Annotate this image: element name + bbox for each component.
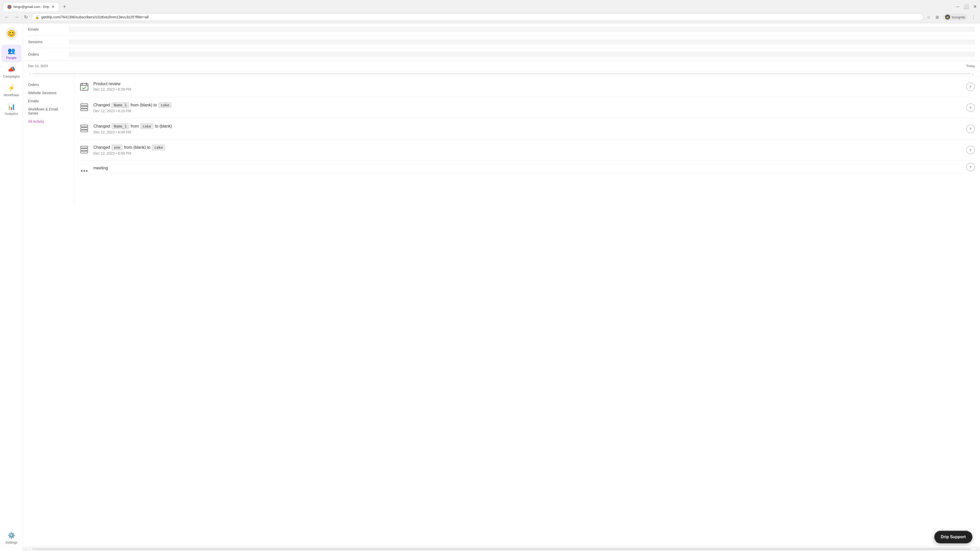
activity-title-changed-3: Changed one from (blank) to cake	[94, 144, 975, 150]
dots-row-icon	[79, 166, 89, 173]
svg-rect-4	[81, 104, 88, 106]
chart-bar-orders	[69, 52, 975, 57]
main-content: Emails Sessions Orders Dec 12, 2023 Toda…	[23, 23, 980, 551]
activity-title-text: Product review	[94, 82, 121, 86]
chart-bar-emails	[69, 27, 975, 32]
changed-label-1: Changed	[94, 103, 110, 107]
tag-cake-1: cake	[159, 102, 172, 108]
browser-toolbar: ← → ↻ 🔒 ☆ ⊞ 🕵 Incognito ⋮	[0, 11, 980, 23]
maximize-button[interactable]: ⬜	[963, 4, 969, 10]
new-tab-button[interactable]: +	[61, 3, 68, 11]
tag-name1-1: Name_1	[111, 102, 129, 108]
bottom-scrollbar[interactable]: ‹ ›	[23, 547, 980, 551]
activity-time-product-review: Dec 12, 2023 • 6:28 PM	[94, 87, 975, 91]
bottom-scroll-track[interactable]	[32, 548, 971, 550]
browser-tab[interactable]: 🌀 bingo@gmail.com - Drip ✕	[3, 2, 59, 11]
url-input[interactable]	[41, 15, 920, 19]
middle-text-1: from (blank) to	[130, 103, 157, 107]
activity-item-product-review: Product review Dec 12, 2023 • 6:28 PM +	[79, 76, 975, 97]
logo-icon: 😊	[7, 29, 16, 38]
tag-one: one	[111, 144, 123, 150]
svg-rect-5	[81, 106, 88, 108]
chart-bar-sessions	[69, 39, 975, 44]
nav-link-website-sessions[interactable]: Website Sessions	[28, 89, 68, 97]
app-container: 😊 👥 People 📣 Campaigns ⚡ Workflows 📊 Ana…	[0, 23, 980, 551]
activity-container: Orders Website Sessions Emails Workflows…	[23, 76, 980, 173]
activity-item-changed-name1-blank-cake: Changed Name_1 from (blank) to cake Dec …	[79, 97, 975, 118]
activity-add-button-changed-3[interactable]: +	[966, 146, 975, 154]
activity-add-button-product-review[interactable]: +	[966, 83, 975, 91]
db-rows-icon-2	[79, 124, 89, 134]
scroll-left-arrow[interactable]: ‹	[28, 72, 32, 76]
svg-rect-10	[81, 146, 88, 148]
people-icon: 👥	[8, 47, 15, 54]
sidebar-logo[interactable]: 😊	[5, 27, 18, 40]
sidebar-item-analytics-label: Analytics	[5, 112, 18, 116]
scroll-track[interactable]	[32, 73, 971, 75]
activity-feed: Product review Dec 12, 2023 • 6:28 PM +	[74, 76, 980, 173]
settings-icon: ⚙️	[8, 532, 15, 539]
refresh-button[interactable]: ↻	[22, 13, 29, 21]
date-end: Today	[966, 64, 975, 68]
activity-title-meeting: meeting	[94, 166, 975, 170]
activity-time-changed-2: Dec 12, 2023 • 6:09 PM	[94, 130, 975, 134]
nav-link-emails[interactable]: Emails	[28, 97, 68, 105]
chart-labels: Emails Sessions Orders	[28, 23, 975, 61]
sidebar-item-campaigns[interactable]: 📣 Campaigns	[2, 63, 21, 81]
db-rows-icon-1	[79, 102, 89, 113]
activity-add-button-meeting[interactable]: +	[966, 163, 975, 171]
bottom-scroll-left[interactable]: ‹	[23, 547, 28, 551]
activity-title-product-review: Product review	[94, 82, 975, 86]
activity-add-button-changed-2[interactable]: +	[966, 124, 975, 133]
close-window-button[interactable]: ✕	[973, 4, 977, 10]
svg-rect-8	[81, 127, 88, 129]
activity-content-changed-one-blank-cake: Changed one from (blank) to cake Dec 12,…	[94, 144, 975, 156]
tag-cake-2: cake	[140, 124, 154, 129]
browser-actions: ☆ ⊞ 🕵 Incognito ⋮	[925, 14, 977, 21]
tab-title: bingo@gmail.com - Drip	[14, 5, 49, 9]
tag-cake-3: cake	[152, 144, 165, 150]
changed-label-3: Changed	[94, 145, 110, 150]
sidebar-item-workflows[interactable]: ⚡ Workflows	[2, 82, 21, 100]
date-start: Dec 12, 2023	[28, 64, 48, 68]
nav-link-workflows-email-series[interactable]: Workflows & Email Series	[28, 105, 68, 118]
activity-title-meeting-text: meeting	[94, 166, 108, 170]
back-button[interactable]: ←	[3, 14, 11, 21]
nav-link-all-activity[interactable]: All Activity	[28, 118, 68, 125]
activity-item-changed-name1-cake-blank: Changed Name_1 from cake to (blank) Dec …	[79, 118, 975, 140]
chart-label-orders: Orders	[28, 52, 69, 56]
scroll-right-arrow[interactable]: ›	[970, 72, 975, 76]
address-bar[interactable]: 🔒	[32, 13, 923, 21]
svg-point-13	[81, 170, 83, 171]
activity-item-changed-one-blank-cake: Changed one from (blank) to cake Dec 12,…	[79, 140, 975, 161]
activity-content-changed-name1-cake-blank: Changed Name_1 from cake to (blank) Dec …	[94, 124, 975, 134]
drip-support-button[interactable]: Drip Support	[934, 530, 972, 543]
svg-rect-11	[81, 149, 88, 151]
sidebar-item-analytics[interactable]: 📊 Analytics	[2, 100, 21, 118]
menu-button[interactable]: ⋮	[970, 14, 977, 21]
sidebar-item-workflows-label: Workflows	[4, 93, 19, 97]
db-rows-icon-3	[79, 144, 89, 155]
activity-content-meeting: meeting	[94, 166, 975, 171]
sidebar-item-people[interactable]: 👥 People	[2, 44, 21, 62]
sidebar-item-settings[interactable]: ⚙️ Settings	[2, 529, 21, 547]
tab-close-button[interactable]: ✕	[51, 4, 55, 9]
chart-area: Emails Sessions Orders	[23, 23, 980, 61]
grid-button[interactable]: ⊞	[934, 14, 940, 21]
chart-row-emails: Emails	[28, 23, 975, 36]
chart-scrollbar[interactable]: ‹ ›	[23, 71, 980, 76]
star-button[interactable]: ☆	[925, 14, 932, 21]
analytics-icon: 📊	[8, 103, 15, 110]
incognito-label: Incognito	[952, 15, 965, 19]
activity-add-button-changed-1[interactable]: +	[966, 103, 975, 112]
campaigns-icon: 📣	[8, 66, 15, 73]
forward-button[interactable]: →	[13, 14, 21, 21]
date-range: Dec 12, 2023 Today	[23, 61, 980, 71]
activity-time-changed-1: Dec 12, 2023 • 6:23 PM	[94, 109, 975, 113]
minimize-button[interactable]: ─	[956, 4, 959, 10]
bottom-scroll-right[interactable]: ›	[975, 547, 980, 551]
nav-link-orders[interactable]: Orders	[28, 81, 68, 89]
tag-name1-2: Name_1	[111, 124, 129, 129]
chart-label-emails: Emails	[28, 27, 69, 32]
svg-rect-12	[81, 151, 88, 153]
